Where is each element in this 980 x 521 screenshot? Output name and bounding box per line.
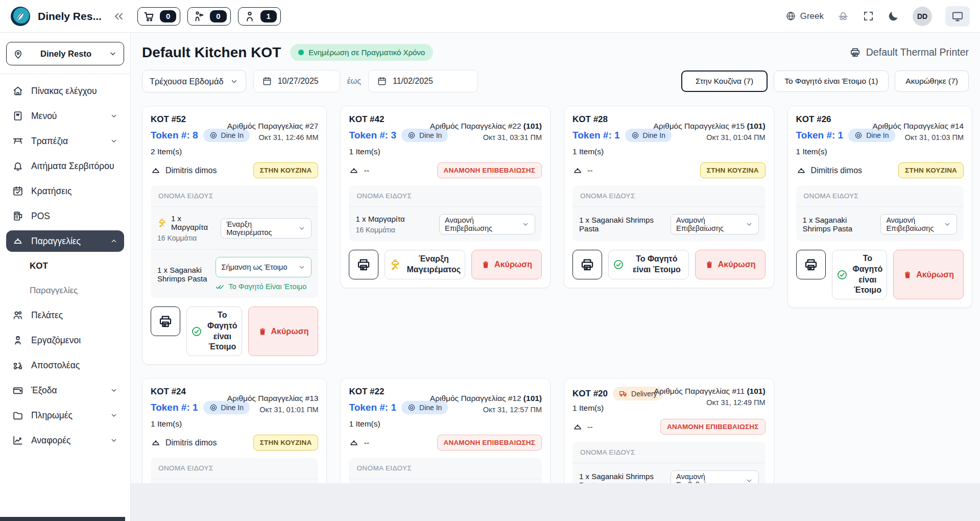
check-circle-icon [191, 326, 202, 337]
print-kot-button[interactable] [349, 250, 378, 279]
check-circle-icon [613, 259, 624, 270]
item-status-select[interactable]: Έναρξη Μαγειρέματος [221, 218, 312, 239]
cancel-button[interactable]: Ακύρωση [893, 250, 964, 299]
item-status-select[interactable]: Αναμονή Επιβεβαίωσης [880, 214, 957, 234]
sidebar-item-menu[interactable]: Μενού [6, 105, 124, 127]
users-icon [12, 310, 23, 321]
cancel-button[interactable]: Ακύρωση [248, 306, 319, 356]
sidebar-item-pos[interactable]: POS [6, 205, 124, 227]
cloche-icon [572, 165, 583, 176]
waiter-call-counter-button[interactable]: 0 [187, 7, 230, 26]
sidebar-bottom-strip [0, 517, 125, 521]
customers-count: 1 [260, 10, 277, 22]
calendar-icon [377, 76, 387, 86]
items-header: ΟΝΟΜΑ ΕΙΔΟΥΣ [572, 442, 766, 463]
user-avatar[interactable]: DD [913, 7, 932, 26]
globe-icon [785, 11, 796, 21]
location-pin-icon [13, 49, 23, 59]
display-mode-button[interactable] [945, 6, 970, 27]
date-from-input[interactable]: 10/27/2025 [253, 70, 340, 92]
live-dot-icon [298, 50, 304, 55]
food-ready-button[interactable]: Το Φαγητό είναι Έτοιμο [832, 250, 888, 299]
item-status-select[interactable]: Αναμονή Επιβεβαίωσης [671, 214, 759, 234]
sidebar-item-employees[interactable]: Εργαζόμενοι [6, 329, 124, 351]
sidebar-item-orders[interactable]: Παραγγελίες [6, 230, 124, 252]
customers-counter-button[interactable]: 1 [238, 7, 281, 26]
order-time: Οκτ 31, 01:01 ΠΜ [227, 406, 319, 414]
tab-cancelled[interactable]: Ακυρώθηκε (7) [895, 70, 969, 92]
chevron-down-icon [230, 77, 238, 86]
date-to-input[interactable]: 11/02/2025 [368, 70, 478, 92]
cart-icon [143, 10, 155, 22]
token-number: Token #: 1 [349, 402, 396, 413]
sidebar-collapse-button[interactable] [112, 10, 125, 23]
print-kot-button[interactable] [796, 250, 826, 279]
sidebar-item-reservations[interactable]: Κρατήσεις [6, 180, 124, 202]
token-number: Token #: 1 [796, 130, 844, 141]
cloche-icon [796, 165, 806, 176]
food-ready-button[interactable]: Το Φαγητό είναι Έτοιμο [608, 250, 689, 279]
start-cooking-button[interactable]: Έναρξη Μαγειρέματος [385, 250, 465, 279]
app-title: Dinely Res... [38, 10, 102, 22]
items-count: 1 Item(s) [796, 147, 964, 156]
food-ready-button[interactable]: Το Φαγητό είναι Έτοιμο [186, 306, 242, 356]
sidebar-subitem-kot[interactable]: KOT [6, 255, 124, 277]
printer-icon [849, 46, 861, 58]
print-kot-button[interactable] [151, 306, 180, 336]
incognito-icon [837, 10, 849, 22]
order-time: Οκτ 31, 12:46 ΜΜ [227, 133, 319, 141]
sidebar-item-label: Εργαζόμενοι [31, 335, 81, 346]
restaurant-selector[interactable]: Dinely Resto [6, 42, 124, 65]
language-selector[interactable]: Greek [785, 11, 824, 21]
dine-in-icon [854, 131, 863, 139]
item-status-select[interactable]: Αναμονή Επιβεβαίωσης [439, 214, 535, 234]
cancel-button[interactable]: Ακύρωση [471, 250, 542, 279]
cart-count: 0 [160, 10, 176, 22]
order-time: Οκτ 31, 12:57 ΠΜ [430, 406, 542, 414]
sidebar-item-payments[interactable]: Πληρωμές [6, 405, 124, 426]
sidebar-item-customers[interactable]: Πελάτες [6, 304, 124, 326]
cloche-icon [151, 438, 161, 448]
fullscreen-button[interactable] [863, 10, 874, 22]
order-number: Αριθμός Παραγγελίας #11 (101) [654, 387, 766, 396]
item-row: 1 x Saganaki Shrimps Pasta Σήμανση ως Έτ… [151, 249, 318, 298]
sidebar-item-dashboard[interactable]: Πίνακας ελέγχου [6, 80, 124, 102]
chevron-down-icon [110, 137, 118, 145]
item-name: 1 x Saganaki Shrimps Pasta [157, 266, 211, 283]
print-kot-button[interactable] [572, 250, 602, 279]
item-row: 1 x Μαργαρίτα 16 Κομμάτια Αναμονή Επιβεβ… [349, 207, 542, 242]
incognito-button[interactable] [837, 10, 849, 22]
dark-mode-toggle[interactable] [888, 10, 899, 22]
check-circle-icon [836, 269, 848, 280]
sidebar-item-label: Αιτήματα Σερβιτόρου [31, 161, 114, 172]
item-row: 1 x Saganaki Shrimps Pasta Αναμονή Επιβε… [796, 207, 964, 242]
status-badge: ΑΝΑΜΟΝΗ ΕΠΙΒΕΒΑΙΩΣΗΣ [437, 162, 542, 178]
sidebar-item-dispatcher[interactable]: Αποστολέας [6, 354, 124, 376]
sidebar-item-waiter-requests[interactable]: Αιτήματα Σερβιτόρου [6, 155, 124, 177]
trash-icon [705, 260, 714, 269]
chevron-down-icon [943, 220, 951, 228]
item-status-select[interactable]: Σήμανση ως Έτοιμο [216, 257, 312, 277]
cart-counter-button[interactable]: 0 [137, 7, 180, 26]
items-count: 1 Item(s) [349, 147, 542, 156]
chart-icon [12, 435, 23, 446]
cancel-button[interactable]: Ακύρωση [695, 250, 766, 279]
date-range-select[interactable]: Τρέχουσα Εβδομάδ [142, 70, 246, 92]
sidebar-subitem-orders[interactable]: Παραγγελίες [6, 280, 124, 301]
tab-in-kitchen[interactable]: Στην Κουζίνα (7) [681, 70, 768, 92]
tab-food-ready[interactable]: Το Φαγητό είναι Έτοιμο (1) [774, 70, 889, 92]
items-table: ΟΝΟΜΑ ΕΙΔΟΥΣ 1 x Μαργαρίτα 16 Κομμάτια Έ… [151, 185, 318, 298]
waiter: -- [572, 422, 593, 432]
grill-icon [157, 218, 167, 228]
scooter-icon [12, 360, 23, 371]
order-number: Αριθμός Παραγγελίας #15 (101) [653, 122, 765, 131]
sidebar-item-reports[interactable]: Αναφορές [6, 430, 124, 451]
bell-icon [12, 160, 23, 172]
sidebar-item-expenses[interactable]: Έξοδα [6, 380, 124, 401]
printer-icon [158, 314, 173, 329]
menu-book-icon [12, 110, 23, 122]
default-printer-label[interactable]: Default Thermal Printer [849, 46, 969, 58]
delivery-truck-icon [619, 389, 628, 398]
page-title: Default Kitchen KOT [142, 44, 281, 61]
sidebar-item-tables[interactable]: Τραπέζια [6, 130, 124, 152]
